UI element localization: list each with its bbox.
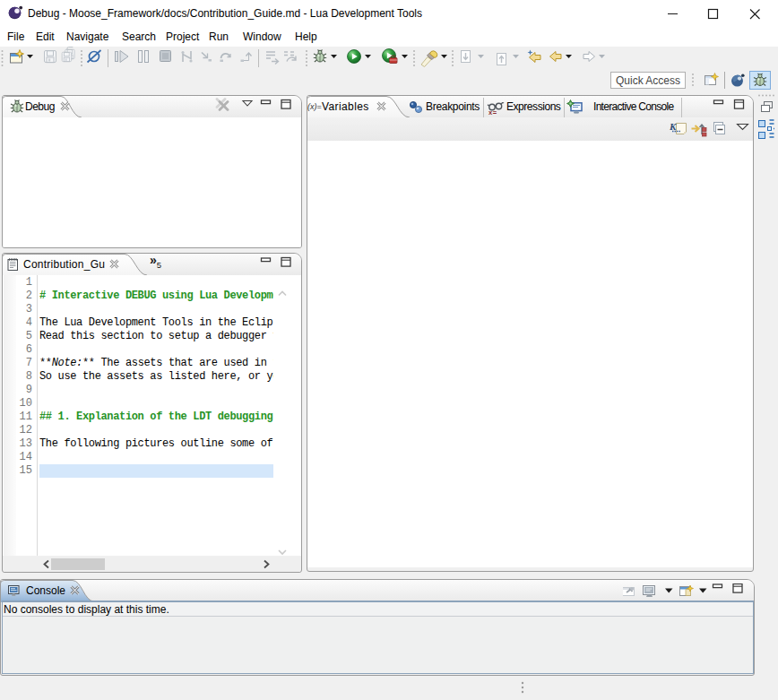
svg-text:x =: x = [488, 108, 497, 116]
svg-text:K: K [669, 121, 677, 132]
